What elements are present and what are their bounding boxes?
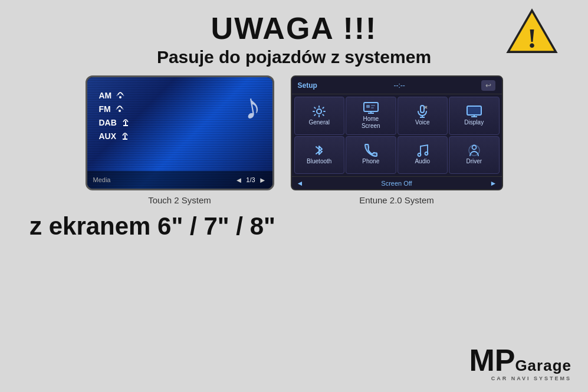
header-row: UWAGA !!! ! xyxy=(12,11,576,46)
back-button[interactable]: ↩ xyxy=(481,80,495,91)
subtitle: Pasuje do pojazdów z systemem xyxy=(157,47,431,67)
voice-cell[interactable]: Voice xyxy=(398,97,448,135)
general-cell[interactable]: General xyxy=(294,97,345,135)
list-item: FM xyxy=(99,103,131,115)
audio-icon xyxy=(415,144,430,156)
svg-rect-12 xyxy=(366,105,370,108)
svg-point-25 xyxy=(472,146,476,150)
audio-cell[interactable]: Audio xyxy=(398,136,448,174)
entune-system-label: Entune 2.0 System xyxy=(359,195,434,205)
driver-icon xyxy=(467,144,482,156)
warning-icon: ! xyxy=(505,8,559,57)
screens-row: AM FM xyxy=(12,75,576,205)
entune-grid: General xyxy=(292,94,502,176)
logo-mp: MP Garage xyxy=(469,345,571,375)
entune-container: Setup --:-- ↩ General xyxy=(291,75,503,205)
driver-cell[interactable]: Driver xyxy=(449,136,500,174)
phone-icon xyxy=(363,144,379,156)
home-screen-cell[interactable]: Home Screen xyxy=(346,97,396,135)
audio-label: Audio xyxy=(415,158,430,165)
list-item: AUX xyxy=(99,130,131,142)
logo-mp-text: MP xyxy=(469,345,515,375)
svg-text:!: ! xyxy=(527,23,537,54)
setup-label: Setup xyxy=(298,81,317,90)
monitor-icon xyxy=(363,102,379,114)
svg-point-26 xyxy=(469,145,479,156)
home-screen-label: Home Screen xyxy=(362,116,380,130)
svg-rect-13 xyxy=(371,105,375,106)
bluetooth-label: Bluetooth xyxy=(307,158,331,165)
bottom-text: z ekranem 6" / 7" / 8" xyxy=(12,212,576,241)
aux-icon xyxy=(120,130,130,142)
am-label: AM xyxy=(99,91,112,100)
page-indicator: 1/3 xyxy=(246,176,255,183)
svg-point-23 xyxy=(418,153,421,156)
music-note-area: ♪ xyxy=(243,86,261,127)
right-arrow-icon: ► xyxy=(490,179,497,187)
bluetooth-icon xyxy=(311,144,327,156)
general-label: General xyxy=(308,119,330,126)
page-title: UWAGA !!! xyxy=(211,11,377,46)
display-cell[interactable]: Display xyxy=(449,97,500,135)
voice-label: Voice xyxy=(415,119,429,126)
fm-icon xyxy=(114,103,125,115)
am-icon xyxy=(115,89,126,101)
svg-rect-14 xyxy=(371,107,374,108)
voice-icon xyxy=(415,106,430,117)
prev-arrow-icon: ◄ xyxy=(235,176,242,185)
touch2-labels: AM FM xyxy=(99,89,131,142)
entune-screen: Setup --:-- ↩ General xyxy=(291,75,503,190)
touch2-main: AM FM xyxy=(87,77,272,171)
list-item: DAB xyxy=(99,116,131,129)
touch2-system-label: Touch 2 System xyxy=(148,195,211,205)
svg-rect-15 xyxy=(421,106,424,113)
touch2-footer: Media ◄ 1/3 ► xyxy=(87,171,272,189)
touch2-screen: AM FM xyxy=(86,75,274,190)
phone-cell[interactable]: Phone xyxy=(346,136,396,174)
display-icon xyxy=(467,106,482,117)
media-label: Media xyxy=(93,176,111,183)
touch2-container: AM FM xyxy=(86,75,274,205)
footer-nav: ◄ 1/3 ► xyxy=(235,176,266,185)
phone-label: Phone xyxy=(362,158,379,165)
svg-point-24 xyxy=(425,152,428,155)
logo-area: MP Garage CAR NAVI SYSTEMS xyxy=(469,345,571,381)
fm-label: FM xyxy=(99,104,111,114)
dab-icon xyxy=(120,116,131,129)
screen-off-label: Screen Off xyxy=(381,180,412,187)
logo-sub: CAR NAVI SYSTEMS xyxy=(491,375,571,381)
svg-point-8 xyxy=(317,109,321,114)
bluetooth-cell[interactable]: Bluetooth xyxy=(294,136,345,174)
aux-label: AUX xyxy=(99,131,117,141)
gear-icon xyxy=(311,106,327,117)
page-container: UWAGA !!! ! Pasuje do pojazdów z systeme… xyxy=(0,0,588,392)
svg-point-2 xyxy=(119,96,121,98)
touch2-content: AM FM xyxy=(87,77,272,189)
left-arrow-icon: ◄ xyxy=(297,179,304,187)
svg-point-3 xyxy=(119,110,121,112)
driver-label: Driver xyxy=(466,158,482,165)
svg-rect-20 xyxy=(467,106,481,115)
svg-rect-9 xyxy=(364,103,378,111)
next-arrow-icon: ► xyxy=(259,176,267,185)
music-note-icon: ♪ xyxy=(239,85,264,128)
logo-garage-text: Garage xyxy=(515,358,571,373)
dab-label: DAB xyxy=(99,118,117,127)
entune-footer: ◄ Screen Off ► xyxy=(292,176,502,189)
list-item: AM xyxy=(99,89,131,101)
display-label: Display xyxy=(464,119,484,126)
entune-header: Setup --:-- ↩ xyxy=(292,77,502,94)
time-display: --:-- xyxy=(394,81,405,90)
